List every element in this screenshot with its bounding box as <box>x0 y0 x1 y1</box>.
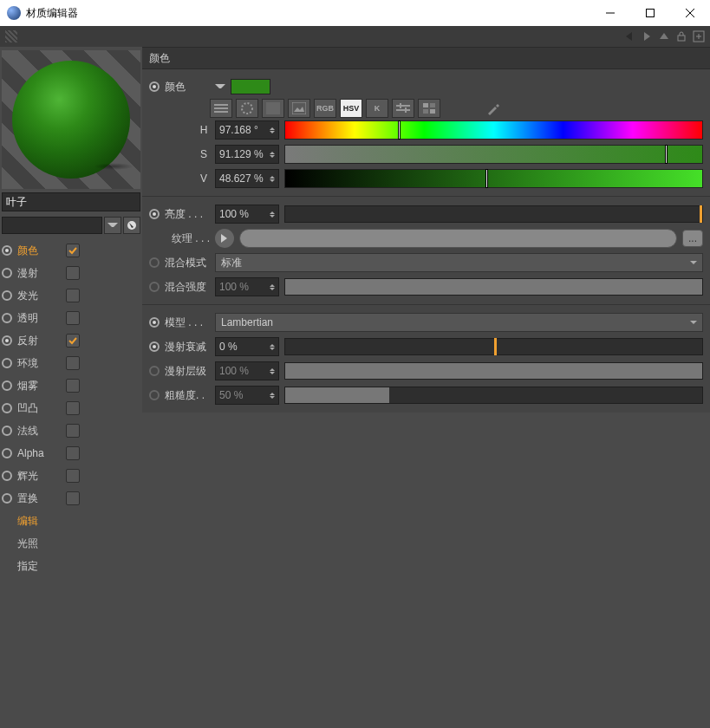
channel-label: 漫射 <box>17 266 61 281</box>
slider-mode-icon[interactable] <box>210 99 232 118</box>
channel-14[interactable]: 指定 <box>2 555 140 577</box>
lock-icon[interactable] <box>675 30 687 42</box>
color-radio[interactable] <box>149 81 160 92</box>
channel-checkbox[interactable] <box>66 401 80 415</box>
nav-up-icon[interactable] <box>658 30 670 42</box>
falloff-input[interactable]: 0 % <box>215 337 279 356</box>
channel-checkbox[interactable] <box>66 311 80 325</box>
channel-checkbox[interactable] <box>66 289 80 302</box>
texture-menu-button[interactable] <box>215 229 234 248</box>
channel-label: 辉光 <box>17 469 61 484</box>
sidebar: 叶子 颜色漫射发光透明反射环境烟雾凹凸法线Alpha辉光置换编辑光照指定 <box>0 47 142 728</box>
texture-path-input[interactable] <box>239 229 677 248</box>
hue-input[interactable]: 97.168 ° <box>215 120 279 140</box>
model-dropdown[interactable]: Lambertian <box>215 313 703 332</box>
swatches-mode-icon[interactable] <box>418 99 440 118</box>
sat-input[interactable]: 91.129 % <box>215 145 279 164</box>
channel-radio[interactable] <box>2 471 12 481</box>
eyedropper-icon[interactable] <box>482 99 505 118</box>
channel-checkbox[interactable] <box>66 244 80 257</box>
channel-1[interactable]: 漫射 <box>2 262 140 284</box>
close-button[interactable] <box>670 0 710 26</box>
channel-checkbox[interactable] <box>66 356 80 370</box>
channel-checkbox[interactable] <box>66 491 80 505</box>
channel-radio[interactable] <box>2 493 12 504</box>
channel-checkbox[interactable] <box>66 266 80 280</box>
spectrum-mode-icon[interactable] <box>262 99 284 118</box>
svg-rect-5 <box>214 107 228 109</box>
channel-radio[interactable] <box>2 290 12 301</box>
rgb-mode-button[interactable]: RGB <box>314 99 336 118</box>
texture-label: 纹理 . . . <box>172 231 210 246</box>
falloff-radio[interactable] <box>149 341 160 352</box>
hsv-mode-button[interactable]: HSV <box>340 99 362 118</box>
kelvin-mode-button[interactable]: K <box>366 99 388 118</box>
channel-12[interactable]: 编辑 <box>2 510 140 532</box>
channel-6[interactable]: 烟雾 <box>2 374 140 397</box>
maximize-button[interactable] <box>630 0 670 26</box>
brightness-slider[interactable] <box>284 205 703 223</box>
level-label: 漫射层级 <box>165 364 206 379</box>
grip-icon <box>5 30 17 42</box>
filter-dropdown-button[interactable] <box>104 217 121 234</box>
channel-9[interactable]: Alpha <box>2 442 140 465</box>
nav-fwd-icon[interactable] <box>641 30 653 42</box>
svg-point-7 <box>242 103 252 114</box>
channel-3[interactable]: 透明 <box>2 307 140 329</box>
channel-radio[interactable] <box>2 403 12 413</box>
channel-0[interactable]: 颜色 <box>2 239 140 262</box>
channel-radio[interactable] <box>2 335 12 346</box>
brightness-radio[interactable] <box>149 209 160 219</box>
channel-checkbox[interactable] <box>66 469 80 483</box>
wheel-mode-icon[interactable] <box>236 99 258 118</box>
texture-browse-button[interactable]: ... <box>682 230 703 247</box>
channel-label: 发光 <box>17 289 61 303</box>
channel-label: Alpha <box>17 447 61 459</box>
new-tab-icon[interactable] <box>693 30 705 42</box>
channel-10[interactable]: 辉光 <box>2 465 140 487</box>
rough-slider <box>284 387 703 404</box>
channel-11[interactable]: 置换 <box>2 487 140 510</box>
channel-search-input[interactable] <box>2 217 102 234</box>
channel-radio[interactable] <box>2 358 12 368</box>
channel-radio[interactable] <box>2 268 12 278</box>
hue-slider[interactable] <box>284 120 703 140</box>
channel-radio[interactable] <box>2 426 12 436</box>
channel-7[interactable]: 凹凸 <box>2 397 140 419</box>
channel-checkbox[interactable] <box>66 446 80 460</box>
channel-2[interactable]: 发光 <box>2 284 140 307</box>
channel-8[interactable]: 法线 <box>2 419 140 442</box>
mixer-mode-icon[interactable] <box>392 99 414 118</box>
channel-radio[interactable] <box>2 380 12 391</box>
channel-checkbox[interactable] <box>66 379 80 393</box>
material-name-input[interactable]: 叶子 <box>2 192 140 211</box>
panel-title: 颜色 <box>142 47 710 69</box>
val-label: V <box>198 172 210 185</box>
sat-slider[interactable] <box>284 145 703 164</box>
channel-13[interactable]: 光照 <box>2 532 140 555</box>
channel-label: 颜色 <box>17 244 61 258</box>
pick-button[interactable] <box>123 217 140 234</box>
channel-checkbox[interactable] <box>66 334 80 348</box>
level-slider <box>284 362 703 380</box>
val-slider[interactable] <box>284 169 703 188</box>
color-dropdown-icon[interactable] <box>215 81 225 92</box>
channel-checkbox[interactable] <box>66 424 80 438</box>
channel-5[interactable]: 环境 <box>2 352 140 374</box>
minimize-button[interactable] <box>590 0 630 26</box>
color-swatch[interactable] <box>231 79 270 94</box>
channel-radio[interactable] <box>2 448 12 458</box>
channel-4[interactable]: 反射 <box>2 329 140 352</box>
val-input[interactable]: 48.627 % <box>215 169 279 188</box>
channel-radio[interactable] <box>2 245 12 256</box>
material-preview[interactable] <box>2 50 140 189</box>
image-mode-icon[interactable] <box>288 99 310 118</box>
menubar <box>0 26 710 47</box>
nav-back-icon[interactable] <box>623 30 635 42</box>
model-radio[interactable] <box>149 317 160 328</box>
svg-rect-12 <box>400 103 401 108</box>
falloff-slider[interactable] <box>284 338 703 355</box>
channel-radio[interactable] <box>2 313 12 323</box>
window-title: 材质编辑器 <box>26 6 590 21</box>
brightness-input[interactable]: 100 % <box>215 205 279 224</box>
